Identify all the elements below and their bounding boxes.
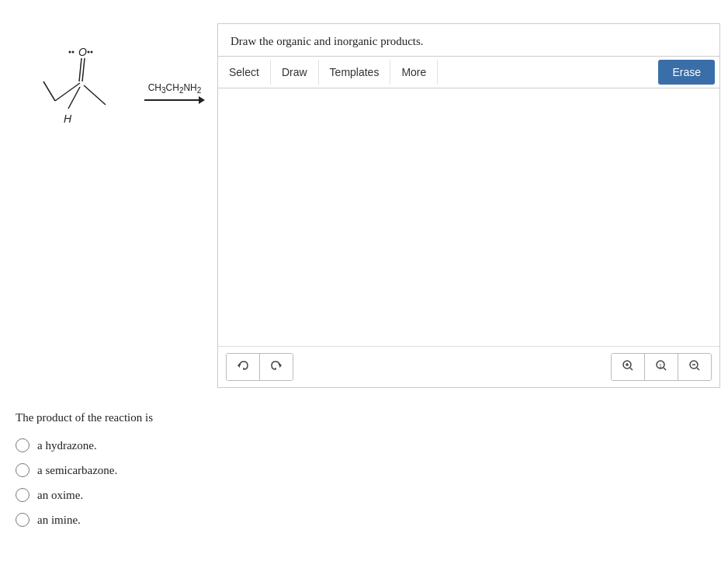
zoom-in-button[interactable] xyxy=(612,354,645,380)
select-button[interactable]: Select xyxy=(218,60,271,85)
question-row: O xyxy=(0,16,728,396)
bond-co-2 xyxy=(82,58,85,81)
molecule-svg: O xyxy=(36,39,137,147)
reaction-arrow-container: CH3CH2NH2 xyxy=(144,82,205,104)
zoom-reset-button[interactable]: 1 xyxy=(645,354,678,380)
bond-c-ch3right xyxy=(84,85,106,105)
reagent-label: CH3CH2NH2 xyxy=(148,82,202,95)
option-oxime[interactable]: an oxime. xyxy=(16,488,712,502)
svg-line-6 xyxy=(664,368,666,370)
option-semicarbazone[interactable]: a semicarbazone. xyxy=(16,463,712,477)
bond-co-1 xyxy=(79,58,81,81)
arrow-container xyxy=(144,96,205,104)
option-oxime-label: an oxime. xyxy=(37,489,83,502)
redo-button[interactable] xyxy=(260,354,293,380)
molecule-svg-container: O xyxy=(36,39,205,147)
radio-semicarbazone[interactable] xyxy=(16,463,29,477)
lone-pair-dot4 xyxy=(91,51,93,54)
redo-icon xyxy=(270,359,283,372)
zoom-group: 1 xyxy=(611,353,712,381)
bond-left-arm xyxy=(43,81,55,101)
option-imine[interactable]: an imine. xyxy=(16,513,712,527)
templates-button[interactable]: Templates xyxy=(319,60,391,85)
undo-button[interactable] xyxy=(227,354,260,380)
lone-pair-dot1 xyxy=(72,51,75,54)
radio-imine[interactable] xyxy=(16,513,29,527)
zoom-out-button[interactable] xyxy=(678,354,711,380)
drawing-box: Draw the organic and inorganic products.… xyxy=(217,23,720,388)
zoom-in-icon xyxy=(622,359,634,372)
undo-arrow-head xyxy=(237,363,240,368)
lone-pair-dot3 xyxy=(88,51,90,54)
arrow-line xyxy=(144,99,199,101)
option-hydrazone-label: a hydrazone. xyxy=(37,439,97,452)
zoom-reset-icon: 1 xyxy=(655,359,667,372)
h-label: H xyxy=(64,112,72,125)
option-semicarbazone-label: a semicarbazone. xyxy=(37,464,117,477)
draw-button[interactable]: Draw xyxy=(271,60,319,85)
svg-line-9 xyxy=(697,368,699,370)
redo-arrow-head xyxy=(279,363,282,368)
bond-c-ch3left xyxy=(55,83,80,101)
bottom-toolbar: 1 xyxy=(218,346,719,387)
zoom-out-icon xyxy=(688,359,701,372)
undo-icon xyxy=(237,359,249,372)
svg-text:1: 1 xyxy=(659,363,662,369)
arrow-head xyxy=(199,96,205,104)
drawing-question: Draw the organic and inorganic products. xyxy=(218,24,719,56)
undo-redo-group xyxy=(226,353,293,381)
answer-prompt: The product of the reaction is xyxy=(16,411,712,424)
answer-section: The product of the reaction is a hydrazo… xyxy=(0,396,728,553)
radio-hydrazone[interactable] xyxy=(16,438,29,452)
canvas-area[interactable] xyxy=(218,88,719,346)
option-hydrazone[interactable]: a hydrazone. xyxy=(16,438,712,452)
option-imine-label: an imine. xyxy=(37,514,81,527)
toolbar: Select Draw Templates More Erase xyxy=(218,56,719,88)
erase-button[interactable]: Erase xyxy=(658,60,715,85)
lone-pair-dot2 xyxy=(69,51,71,54)
page-container: O xyxy=(0,0,728,569)
svg-line-3 xyxy=(630,368,633,370)
oxygen-label: O xyxy=(78,46,87,58)
more-button[interactable]: More xyxy=(390,60,438,85)
radio-oxime[interactable] xyxy=(16,488,29,502)
molecule-area: O xyxy=(16,16,217,155)
